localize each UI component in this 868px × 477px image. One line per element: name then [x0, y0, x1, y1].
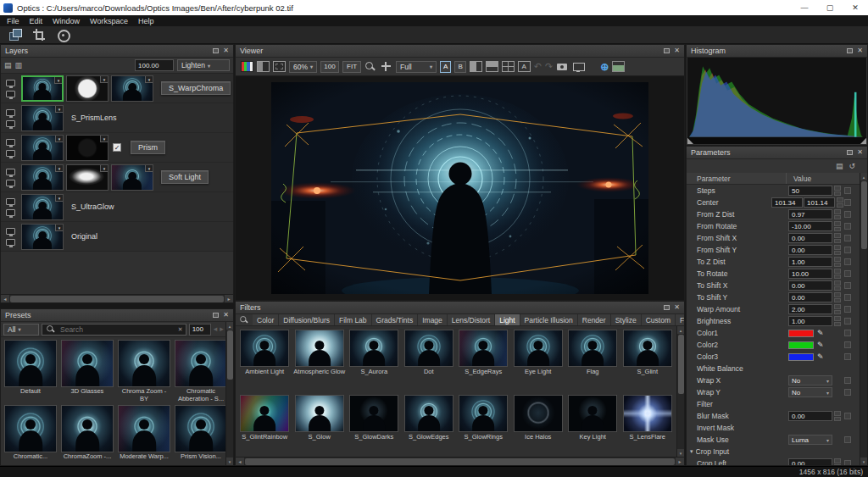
- filter-thumb[interactable]: [459, 330, 508, 367]
- layer-enable-checkbox[interactable]: ✓: [113, 143, 121, 152]
- minimize-button[interactable]: —: [792, 0, 817, 15]
- param-value-input[interactable]: -10.00: [788, 221, 832, 231]
- keyframe-toggle[interactable]: [844, 377, 851, 384]
- filter-thumb[interactable]: [240, 395, 289, 432]
- annotation-icon[interactable]: A: [518, 61, 531, 72]
- param-value-input[interactable]: 10.00: [788, 269, 832, 279]
- filter-thumb[interactable]: [349, 395, 398, 432]
- menu-edit[interactable]: Edit: [25, 17, 48, 25]
- tab-stylize[interactable]: Stylize: [611, 314, 642, 325]
- media-library-icon[interactable]: [8, 29, 22, 41]
- thumb-menu-icon[interactable]: ▾: [55, 136, 63, 142]
- layer-row[interactable]: ▾Original: [1, 222, 233, 252]
- preset-item[interactable]: Chromatic...: [3, 405, 58, 466]
- scroll-right-icon[interactable]: ▸: [676, 458, 684, 466]
- close-panel-icon[interactable]: ✕: [674, 47, 680, 54]
- value-stepper[interactable]: [834, 269, 841, 279]
- snapshot-icon[interactable]: [556, 61, 569, 72]
- display-icon[interactable]: [6, 91, 15, 97]
- scroll-thumb[interactable]: [678, 335, 684, 394]
- filter-thumb[interactable]: [568, 330, 617, 367]
- param-row[interactable]: Blur Mask0.00: [687, 410, 860, 422]
- thumb-menu-icon[interactable]: ▾: [145, 76, 153, 83]
- keyframe-toggle[interactable]: [844, 341, 851, 348]
- view-mode-select[interactable]: Full▾: [396, 61, 437, 73]
- value-stepper[interactable]: [834, 411, 841, 421]
- display-icon[interactable]: [6, 80, 15, 86]
- param-dropdown[interactable]: No▾: [788, 387, 832, 397]
- layer-thumb[interactable]: ▾: [21, 105, 64, 131]
- layer-thumb[interactable]: ▾: [21, 135, 64, 161]
- preset-item[interactable]: Chroma Zoom - BY: [116, 340, 172, 403]
- layer-thumb[interactable]: ▾: [21, 164, 64, 191]
- scroll-up-icon[interactable]: ▴: [226, 322, 234, 330]
- param-value-input[interactable]: 0.00: [788, 458, 832, 465]
- preset-thumb[interactable]: [61, 405, 114, 452]
- param-row[interactable]: From Rotate-10.00: [687, 220, 860, 232]
- filter-thumb[interactable]: [514, 330, 563, 367]
- preset-item[interactable]: Default: [3, 340, 58, 403]
- filter-item[interactable]: Key Light: [566, 395, 620, 453]
- filter-item[interactable]: S_Glint: [621, 330, 675, 388]
- keyframe-toggle[interactable]: [844, 211, 851, 218]
- param-row[interactable]: To Rotate10.00: [687, 268, 860, 280]
- layer-thumb[interactable]: ▾: [111, 75, 153, 102]
- scroll-up-icon[interactable]: ▴: [677, 326, 685, 334]
- param-value-input[interactable]: 0.97: [788, 209, 832, 219]
- param-value-input[interactable]: 1.00: [788, 257, 832, 267]
- display-icon[interactable]: [6, 209, 15, 216]
- menu-help[interactable]: Help: [133, 17, 159, 25]
- param-row[interactable]: Filter: [687, 398, 860, 410]
- scroll-thumb[interactable]: [245, 458, 675, 465]
- preset-thumb[interactable]: [175, 405, 227, 452]
- filter-item[interactable]: Eye Light: [512, 330, 565, 388]
- filter-thumb[interactable]: [295, 395, 344, 432]
- menu-window[interactable]: Window: [47, 17, 85, 25]
- scroll-down-icon[interactable]: ▾: [677, 449, 685, 457]
- close-panel-icon[interactable]: ✕: [223, 312, 229, 319]
- preset-thumb[interactable]: [118, 340, 170, 387]
- preset-item[interactable]: Moderate Warp...: [116, 405, 172, 466]
- scroll-thumb[interactable]: [861, 181, 867, 249]
- color-swatch[interactable]: [788, 341, 814, 349]
- color-picker-icon[interactable]: ✎: [817, 341, 824, 349]
- tab-particle-illusion[interactable]: Particle Illusion: [520, 314, 578, 325]
- filter-item[interactable]: Ambient Light: [238, 330, 292, 388]
- filter-item[interactable]: Ice Halos: [512, 395, 565, 453]
- value-stepper[interactable]: [834, 292, 841, 302]
- color-swatch[interactable]: [788, 330, 814, 337]
- keyframe-toggle[interactable]: [844, 436, 851, 443]
- viewer-image[interactable]: [271, 82, 648, 294]
- parameters-vscrollbar[interactable]: ▴ ▾: [860, 173, 867, 465]
- param-value-input[interactable]: 101.14: [804, 197, 835, 208]
- display-icon[interactable]: [6, 198, 15, 205]
- layer-thumb[interactable]: ▾: [66, 75, 108, 102]
- param-value-input[interactable]: 0.00: [788, 245, 832, 255]
- thumb-menu-icon[interactable]: ▾: [55, 225, 63, 231]
- param-row[interactable]: Wrap YNo▾: [687, 386, 860, 398]
- close-button[interactable]: ✕: [843, 0, 868, 15]
- value-stepper[interactable]: [834, 257, 841, 267]
- param-row[interactable]: From Shift X0.00: [687, 232, 860, 244]
- param-row[interactable]: Color1✎: [687, 327, 860, 339]
- redo-icon[interactable]: ↷: [545, 62, 553, 71]
- param-value-input[interactable]: 1.00: [788, 316, 832, 326]
- param-row[interactable]: Center101.34101.14: [687, 197, 860, 208]
- scroll-left-icon[interactable]: ◂: [1, 295, 9, 303]
- param-row[interactable]: Invert Mask: [687, 422, 860, 434]
- filter-item[interactable]: S_Glow: [293, 395, 347, 453]
- layer-grid-icon[interactable]: ▥: [15, 62, 23, 69]
- filter-item[interactable]: Atmospheric Glow: [293, 330, 347, 388]
- thumb-menu-icon[interactable]: ▾: [100, 76, 108, 83]
- value-stepper[interactable]: [834, 233, 841, 243]
- param-row[interactable]: Brightness1.00: [687, 315, 860, 327]
- keyframe-toggle[interactable]: [844, 306, 851, 313]
- keyframe-toggle[interactable]: [844, 460, 851, 465]
- param-value-input[interactable]: 0.00: [788, 233, 832, 243]
- display-icon[interactable]: [6, 139, 15, 146]
- filter-item[interactable]: Dot: [403, 330, 456, 388]
- thumb-menu-icon[interactable]: ▾: [100, 136, 108, 142]
- filter-item[interactable]: S_LensFlare: [621, 395, 675, 453]
- layer-thumb[interactable]: ▾: [111, 164, 153, 191]
- float-panel-icon[interactable]: [213, 48, 219, 53]
